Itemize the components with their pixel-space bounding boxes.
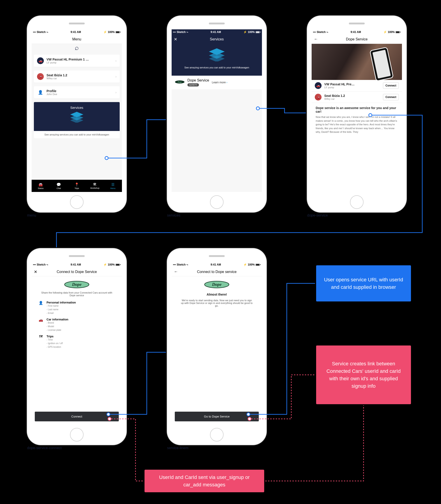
connect-button[interactable]: Connect <box>383 94 399 100</box>
car-icon: 🚗 <box>315 82 322 89</box>
connect-button[interactable]: Connect <box>35 412 119 421</box>
phone-caption: dope-service <box>307 213 328 218</box>
nav-bar: ✕ Connect to Dope Service <box>32 267 122 276</box>
map-icon: 🗺 <box>38 335 43 349</box>
car-row-vw: 🚗 VW Passat HL Pre…Lil' pump Connect <box>312 80 402 92</box>
svg-text:Dope: Dope <box>72 282 82 287</box>
car-icon: 🚗 <box>315 94 322 100</box>
tab-chat[interactable]: 💬Chat <box>50 180 68 192</box>
phone-dope-service: •••Sketch⏦ 9:41 AM ⚡100% ← Dope Service … <box>307 16 407 212</box>
nav-bar: Menu <box>32 35 122 44</box>
svg-text:Dope: Dope <box>177 81 182 83</box>
connect-button[interactable]: Connect <box>383 82 399 89</box>
info-user-opens-url: User opens service URL with userId and c… <box>316 265 411 301</box>
phone-services: •••Sketch⏦ 9:41 AM ⚡100% ✕ Services See … <box>167 16 267 212</box>
status-bar: •••Sketch⏦ 9:41 AM ⚡100% <box>312 29 402 35</box>
back-icon[interactable]: ← <box>314 37 318 42</box>
pin-icon: 📍 <box>75 182 79 187</box>
car-icon: 🚗 <box>38 318 43 332</box>
status-bar: •••Sketch⏦ 9:41 AM ⚡100% <box>32 29 122 35</box>
phone-connect: •••Sketch⏦ 9:41 AM ⚡100% ✕ Connect to Do… <box>27 248 126 445</box>
close-icon[interactable]: ✕ <box>174 37 177 42</box>
phone-caption: menu <box>27 213 36 218</box>
service-description: Dope service is an awesome service for y… <box>312 103 402 137</box>
car-row-seat[interactable]: 🚗 Seat Ibizia 1.2 Wifey car › <box>34 70 120 83</box>
tab-status[interactable]: 🚘Status <box>32 180 50 192</box>
tab-workshop[interactable]: 🛠Workshop <box>86 180 104 192</box>
nav-title: Menu <box>72 37 81 41</box>
chevron-right-icon: › <box>115 91 116 94</box>
layers-icon <box>181 48 253 63</box>
chevron-right-icon: › <box>115 75 116 78</box>
svg-text:Dope: Dope <box>212 282 222 287</box>
close-icon[interactable]: ✕ <box>34 269 37 274</box>
dope-logo-icon: Dope <box>175 79 185 85</box>
home-button[interactable] <box>210 428 223 441</box>
tools-icon: 🛠 <box>93 182 97 187</box>
tab-bar: 🚘Status 💬Chat 📍Trips 🛠Workshop ☰Menu <box>32 180 122 192</box>
go-to-service-button[interactable]: Go to Dope Service <box>175 412 259 421</box>
dope-logo-icon: Dope <box>32 276 122 291</box>
car-row-seat: 🚗 Seat Ibizia 1.2Wifey car Connect <box>312 92 402 103</box>
nav-bar: ✕ Services <box>172 35 262 44</box>
services-card[interactable]: Services See amazing services you can ad… <box>34 102 120 138</box>
section-trips: 🗺 Trips TimeIgnition on / offGPS locatio… <box>32 333 122 350</box>
home-button[interactable] <box>210 195 223 209</box>
service-item-dope[interactable]: Dope Dope Service SAFETY Learn more › <box>172 76 262 89</box>
nav-bar: ← Connect to Dope service <box>172 267 262 276</box>
status-bar: •••Sketch⏦ 9:41 AM ⚡100% <box>172 262 262 267</box>
phone-menu: •••Sketch⏦ 9:41 AM ⚡100% Menu ⌕ 🚗 VW Pas… <box>27 16 126 212</box>
car-row-vw[interactable]: 🚗 VW Passat HL Premium 1 … Lil' pump › <box>34 55 120 67</box>
back-icon[interactable]: ← <box>174 269 178 274</box>
home-button[interactable] <box>70 428 83 441</box>
phone-finalize: •••Sketch⏦ 9:41 AM ⚡100% ← Connect to Do… <box>167 248 267 445</box>
phone-caption: dope-service-connect <box>27 446 62 450</box>
menu-icon: ☰ <box>111 182 114 187</box>
phone-caption: services <box>167 213 180 218</box>
info-service-link: Service creates link between Connected C… <box>316 346 411 404</box>
car-icon: 🚗 <box>37 73 44 80</box>
section-personal: 👤 Personal information First nameLast na… <box>32 299 122 316</box>
chevron-right-icon: › <box>226 81 227 84</box>
layers-icon <box>38 112 115 124</box>
chat-icon: 💬 <box>56 182 61 187</box>
hero-image <box>312 44 402 80</box>
car-icon: 🚘 <box>38 182 43 187</box>
car-icon: 🚗 <box>37 57 44 64</box>
status-bar: •••Sketch⏦ 9:41 AM ⚡100% <box>32 262 122 267</box>
info-messages: UserId and CarId sent via user_signup or… <box>144 470 264 492</box>
chevron-right-icon: › <box>115 59 116 63</box>
person-icon: 👤 <box>37 89 44 96</box>
learn-more-link[interactable]: Learn more › <box>212 81 227 84</box>
nav-bar: ← Dope Service <box>312 35 402 44</box>
section-car: 🚗 Car information BrandModelLicense plat… <box>32 316 122 333</box>
safety-badge: SAFETY <box>188 83 199 86</box>
search-icon[interactable]: ⌕ <box>75 44 79 51</box>
tab-menu[interactable]: ☰Menu <box>104 180 122 192</box>
tab-trips[interactable]: 📍Trips <box>68 180 86 192</box>
person-icon: 👤 <box>38 301 43 315</box>
home-button[interactable] <box>70 195 83 209</box>
status-bar: •••Sketch⏦ 9:41 AM ⚡100% <box>172 29 262 35</box>
phone-caption: service-linem <box>167 446 188 450</box>
home-button[interactable] <box>350 195 363 209</box>
profile-row[interactable]: 👤 Profile John Doe › <box>34 86 120 98</box>
dope-logo-icon: Dope <box>172 276 262 291</box>
